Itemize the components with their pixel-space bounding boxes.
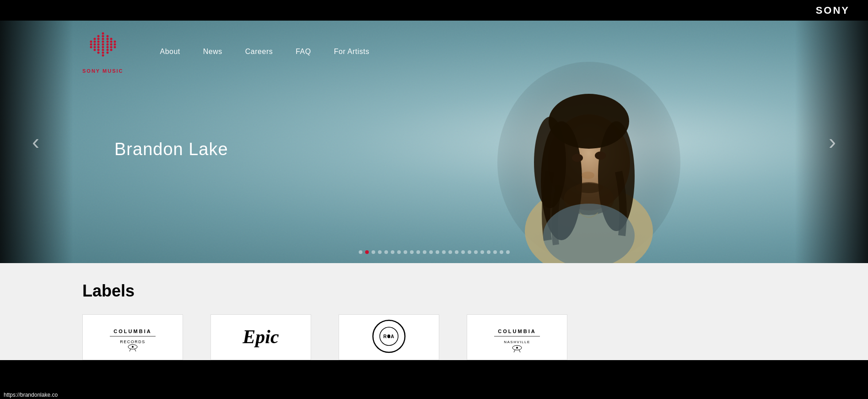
carousel-dot-14[interactable] — [448, 250, 452, 254]
svg-point-41 — [106, 46, 108, 49]
columbia-nashville-logo: COLUMBIA NASHVILLE — [490, 320, 545, 354]
svg-line-71 — [519, 350, 520, 352]
label-rca[interactable]: RCA — [339, 314, 439, 360]
svg-text:NASHVILLE: NASHVILLE — [504, 340, 530, 344]
svg-point-49 — [97, 52, 99, 54]
svg-point-42 — [110, 46, 112, 49]
carousel-dot-6[interactable] — [397, 250, 401, 254]
svg-point-52 — [102, 54, 104, 57]
svg-point-29 — [113, 41, 116, 43]
carousel-dot-18[interactable] — [474, 250, 478, 254]
svg-point-37 — [90, 46, 92, 49]
svg-point-46 — [102, 49, 104, 51]
carousel-dot-9[interactable] — [416, 250, 420, 254]
labels-section: Labels COLUMBIA RECORDS — [0, 263, 868, 360]
hero-section: SONY MUSIC About News Careers FAQ For Ar… — [0, 21, 868, 263]
carousel-dot-16[interactable] — [461, 250, 465, 254]
svg-point-20 — [102, 38, 104, 40]
main-nav: SONY MUSIC About News Careers FAQ For Ar… — [0, 21, 868, 83]
svg-point-50 — [102, 52, 104, 54]
svg-point-64 — [388, 335, 390, 338]
nav-links: About News Careers FAQ For Artists — [160, 48, 369, 56]
carousel-dot-21[interactable] — [493, 250, 497, 254]
nav-faq[interactable]: FAQ — [296, 48, 311, 56]
svg-point-28 — [110, 41, 112, 43]
svg-point-14 — [102, 32, 104, 35]
carousel-dot-23[interactable] — [506, 250, 510, 254]
carousel-dot-17[interactable] — [468, 250, 471, 254]
svg-point-35 — [110, 43, 112, 46]
carousel-dot-19[interactable] — [480, 250, 484, 254]
svg-point-17 — [106, 35, 108, 38]
carousel-dot-7[interactable] — [404, 250, 407, 254]
carousel-dot-15[interactable] — [455, 250, 458, 254]
carousel-dot-2[interactable] — [372, 250, 375, 254]
carousel-dot-0[interactable] — [359, 250, 362, 254]
carousel-dot-5[interactable] — [391, 250, 394, 254]
svg-point-40 — [102, 46, 104, 49]
sony-brand: SONY — [816, 5, 850, 16]
carousel-dot-8[interactable] — [410, 250, 414, 254]
nav-for-artists[interactable]: For Artists — [334, 48, 370, 56]
carousel-dot-4[interactable] — [384, 250, 388, 254]
svg-point-25 — [97, 41, 99, 43]
label-columbia-nashville[interactable]: COLUMBIA NASHVILLE — [467, 314, 567, 360]
svg-line-70 — [514, 350, 515, 352]
svg-point-33 — [102, 43, 104, 46]
svg-text:COLUMBIA: COLUMBIA — [113, 329, 151, 334]
svg-text:COLUMBIA: COLUMBIA — [498, 329, 536, 334]
svg-point-69 — [516, 347, 518, 349]
svg-text:Epic: Epic — [242, 326, 279, 347]
svg-point-19 — [97, 38, 99, 40]
svg-point-51 — [106, 52, 108, 54]
carousel-dot-1[interactable] — [365, 250, 369, 254]
nav-careers[interactable]: Careers — [245, 48, 273, 56]
svg-point-9 — [575, 182, 603, 193]
carousel-prev-button[interactable]: ‹ — [23, 126, 49, 157]
svg-point-39 — [97, 46, 99, 49]
label-epic[interactable]: Epic — [210, 314, 311, 360]
carousel-dots — [359, 250, 510, 254]
nav-about[interactable]: About — [160, 48, 180, 56]
nav-news[interactable]: News — [203, 48, 222, 56]
carousel-next-button[interactable]: › — [819, 126, 845, 157]
labels-row: COLUMBIA RECORDS Epic — [82, 314, 786, 360]
svg-point-11 — [595, 151, 606, 160]
svg-point-15 — [97, 35, 99, 38]
svg-point-23 — [90, 41, 92, 43]
svg-point-44 — [93, 49, 96, 51]
svg-point-7 — [549, 94, 629, 149]
carousel-dot-13[interactable] — [442, 250, 446, 254]
svg-point-34 — [106, 43, 108, 46]
rca-logo: RCA — [366, 318, 412, 356]
svg-point-48 — [110, 49, 112, 51]
sony-music-label: SONY MUSIC — [82, 68, 123, 74]
svg-point-36 — [113, 43, 116, 46]
labels-heading: Labels — [82, 281, 786, 301]
svg-line-58 — [129, 349, 131, 351]
svg-point-21 — [106, 38, 108, 40]
svg-line-59 — [135, 349, 136, 351]
svg-text:RECORDS: RECORDS — [120, 340, 146, 344]
svg-point-43 — [113, 46, 116, 49]
label-columbia[interactable]: COLUMBIA RECORDS — [82, 314, 183, 360]
svg-point-24 — [93, 41, 96, 43]
columbia-logo: COLUMBIA RECORDS — [105, 320, 160, 354]
sony-music-logo[interactable] — [85, 30, 121, 66]
svg-point-57 — [132, 346, 134, 348]
svg-point-38 — [93, 46, 96, 49]
carousel-dot-20[interactable] — [487, 250, 491, 254]
svg-point-45 — [97, 49, 99, 51]
epic-logo: Epic — [233, 323, 288, 352]
carousel-dot-11[interactable] — [429, 250, 433, 254]
top-bar: SONY — [0, 0, 868, 21]
carousel-dot-22[interactable] — [500, 250, 503, 254]
carousel-dot-3[interactable] — [378, 250, 382, 254]
svg-point-31 — [93, 43, 96, 46]
carousel-dot-12[interactable] — [436, 250, 439, 254]
svg-point-18 — [93, 38, 96, 40]
carousel-dot-10[interactable] — [423, 250, 426, 254]
svg-point-12 — [582, 172, 594, 179]
svg-point-16 — [102, 35, 104, 38]
svg-point-10 — [572, 154, 583, 162]
